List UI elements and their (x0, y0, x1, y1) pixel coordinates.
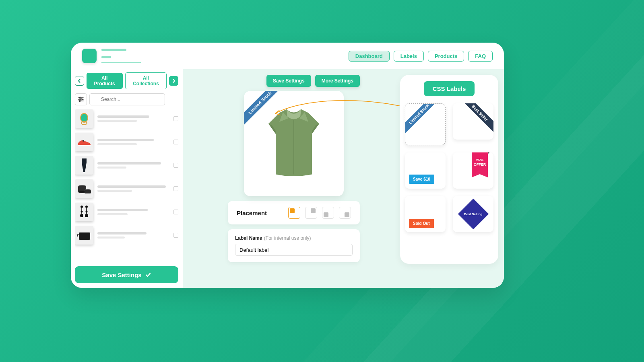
filter-button[interactable] (75, 93, 87, 105)
product-thumb-pants (75, 156, 93, 175)
nav-dashboard[interactable]: Dashboard (349, 51, 390, 62)
check-icon (145, 272, 151, 278)
product-list (75, 109, 178, 264)
svg-point-22 (85, 206, 88, 208)
list-item-text (97, 232, 169, 239)
app-window: Dashboard Labels Products FAQ All Produc… (71, 43, 504, 288)
chevron-left-icon (77, 79, 81, 83)
placement-panel: Placement (228, 201, 360, 224)
list-item-text (97, 139, 169, 145)
ribbon-limited-stock: Limited Stock (405, 103, 442, 137)
css-labels-title: CSS Labels (424, 81, 475, 96)
list-item-text (97, 209, 169, 215)
top-bar: Dashboard Labels Products FAQ (71, 43, 504, 69)
product-thumb-ring (75, 109, 93, 128)
app-logo-text-placeholder (101, 49, 141, 63)
label-grid: Limited Stock Best Seller Save $10 25%OF… (405, 103, 493, 232)
product-preview-card: Limited Stock (244, 91, 344, 196)
svg-point-1 (79, 97, 80, 98)
placement-title: Placement (237, 210, 267, 216)
placement-bottom-right[interactable] (339, 207, 351, 219)
search-row (75, 93, 178, 105)
svg-point-20 (81, 211, 83, 213)
sliders-icon (78, 96, 84, 103)
list-item-checkbox[interactable] (173, 163, 178, 168)
list-item-checkbox[interactable] (173, 210, 178, 214)
label-option-25-offer[interactable]: 25%OFFER (453, 152, 493, 189)
label-option-limited-stock[interactable]: Limited Stock (405, 103, 446, 145)
list-item[interactable] (75, 133, 178, 151)
tag-save-10: Save $10 (409, 175, 434, 184)
svg-point-3 (81, 99, 82, 100)
label-option-best-selling[interactable]: Best Selling (453, 196, 493, 232)
list-item[interactable] (75, 156, 178, 175)
svg-rect-11 (78, 145, 91, 146)
ribbon-best-seller: Best Seller (457, 103, 493, 136)
list-item-checkbox[interactable] (173, 116, 178, 121)
svg-point-21 (80, 214, 83, 217)
svg-point-18 (80, 206, 83, 208)
list-item-text (97, 162, 169, 169)
shirt-icon (258, 105, 330, 182)
product-thumb-shoes (75, 133, 93, 151)
label-option-sold-out[interactable]: Sold Out (405, 196, 446, 232)
tab-all-products[interactable]: All Products (87, 73, 123, 89)
center-panel: Save Settings More Settings Limited Stoc… (183, 69, 504, 288)
product-thumb-candle (75, 179, 93, 198)
label-option-save-10[interactable]: Save $10 (405, 152, 446, 189)
save-settings-button[interactable]: Save Settings (75, 266, 178, 283)
save-settings-label: Save Settings (102, 272, 141, 278)
css-labels-panel: CSS Labels Limited Stock Best Seller Sav… (400, 75, 498, 264)
label-name-title: Label Name (235, 235, 262, 241)
app-logo-icon (82, 49, 97, 63)
svg-rect-26 (79, 232, 90, 240)
search-input[interactable] (89, 93, 165, 105)
label-name-input[interactable] (235, 244, 353, 256)
placement-top-right[interactable] (305, 207, 317, 219)
svg-point-5 (79, 100, 80, 101)
label-option-best-seller[interactable]: Best Seller (453, 103, 493, 140)
nav-faq[interactable]: FAQ (468, 51, 493, 62)
diamond-best-selling: Best Selling (458, 199, 488, 229)
prev-button[interactable] (75, 76, 84, 86)
top-nav: Dashboard Labels Products FAQ (349, 51, 493, 62)
label-name-panel: Label Name (For internal use only) (228, 229, 360, 262)
list-item[interactable] (75, 109, 178, 128)
list-item[interactable] (75, 179, 178, 198)
list-item[interactable] (75, 226, 178, 245)
placement-top-left[interactable] (288, 207, 300, 219)
save-settings-top-button[interactable]: Save Settings (266, 75, 311, 87)
svg-point-12 (83, 140, 84, 142)
center-actions: Save Settings More Settings (122, 75, 504, 87)
svg-rect-17 (85, 190, 91, 193)
flag-25-offer: 25%OFFER (472, 152, 488, 174)
list-item-text (97, 185, 169, 192)
search-wrap (89, 93, 178, 105)
product-thumb-earrings (75, 203, 93, 221)
list-item-text (97, 115, 169, 122)
settings-panels: Placement Label Name (For internal use o… (228, 201, 360, 262)
list-item-checkbox[interactable] (173, 186, 178, 191)
label-name-hint: (For internal use only) (264, 235, 311, 241)
svg-point-24 (86, 211, 88, 213)
nav-products[interactable]: Products (428, 51, 464, 62)
badge-sold-out: Sold Out (409, 219, 434, 228)
list-item-checkbox[interactable] (173, 233, 178, 238)
placement-options (288, 207, 351, 219)
list-item[interactable] (75, 203, 178, 221)
product-thumb-bag (75, 226, 93, 245)
nav-labels[interactable]: Labels (394, 51, 424, 62)
svg-point-25 (85, 214, 88, 217)
more-settings-button[interactable]: More Settings (315, 75, 360, 87)
sidebar: All Products All Collections (71, 69, 183, 288)
placement-bottom-left[interactable] (322, 207, 334, 219)
main-area: All Products All Collections (71, 69, 504, 288)
list-item-checkbox[interactable] (173, 140, 178, 144)
